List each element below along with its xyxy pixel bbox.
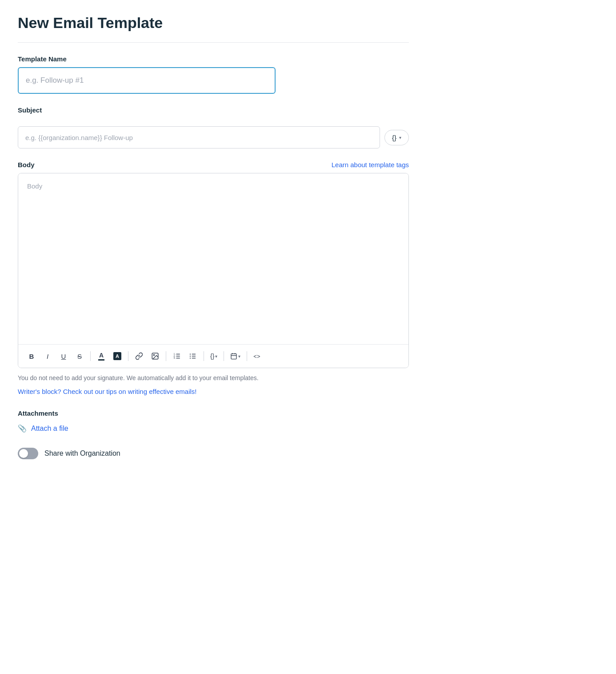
share-section: Share with Organization (18, 448, 409, 459)
template-name-label: Template Name (18, 55, 409, 63)
highlight-indicator: A (113, 352, 121, 360)
link-button[interactable] (132, 349, 146, 363)
code-block-label: {} (210, 353, 214, 360)
share-label: Share with Organization (44, 449, 120, 457)
learn-template-tags-link[interactable]: Learn about template tags (332, 161, 409, 168)
svg-point-1 (153, 354, 154, 355)
underline-button[interactable]: U (56, 349, 71, 363)
html-source-label: <> (253, 353, 260, 360)
image-button[interactable] (148, 349, 162, 363)
template-tags-label: {} (392, 134, 396, 141)
chevron-down-icon: ▾ (238, 354, 240, 359)
attach-file-label: Attach a file (31, 425, 68, 433)
template-name-input[interactable] (18, 67, 276, 94)
text-color-indicator: A (98, 352, 104, 361)
svg-text:3.: 3. (174, 357, 176, 359)
highlight-button[interactable]: A (110, 349, 124, 363)
template-tags-button[interactable]: {} ▾ (384, 130, 409, 145)
divider-3 (166, 351, 166, 361)
html-source-button[interactable]: <> (251, 349, 263, 363)
attachments-section: Attachments 📎 Attach a file (18, 409, 409, 435)
attachments-label: Attachments (18, 409, 409, 417)
share-toggle[interactable] (18, 448, 38, 459)
editor-toolbar: B I U S A A (18, 344, 408, 368)
body-section: Body Learn about template tags B I U S (18, 161, 409, 395)
divider-5 (224, 351, 224, 361)
strikethrough-button[interactable]: S (72, 349, 87, 363)
svg-point-11 (190, 353, 191, 354)
unordered-list-icon (189, 352, 197, 360)
toggle-knob (19, 449, 28, 458)
subject-row: {} ▾ (18, 126, 409, 148)
image-icon (151, 352, 159, 360)
text-color-button[interactable]: A (94, 349, 108, 363)
ordered-list-icon: 1. 2. 3. (173, 352, 181, 360)
divider-2 (128, 351, 128, 361)
paperclip-icon: 📎 (18, 424, 27, 433)
chevron-down-icon: ▾ (399, 135, 401, 140)
divider-6 (247, 351, 247, 361)
unordered-list-button[interactable] (186, 349, 200, 363)
svg-point-13 (190, 357, 191, 358)
calendar-icon (230, 353, 237, 360)
divider-4 (204, 351, 204, 361)
subject-input[interactable] (18, 126, 380, 148)
ordered-list-button[interactable]: 1. 2. 3. (170, 349, 184, 363)
page-title: New Email Template (18, 14, 409, 43)
chevron-down-icon: ▾ (215, 354, 217, 359)
attach-file-button[interactable]: 📎 Attach a file (18, 421, 68, 435)
insert-button[interactable]: ▾ (228, 351, 243, 361)
divider-1 (90, 351, 91, 361)
template-name-section: Template Name (18, 55, 409, 94)
signature-note: You do not need to add your signature. W… (18, 374, 409, 381)
italic-button[interactable]: I (40, 349, 55, 363)
svg-point-12 (190, 356, 191, 357)
writers-block-link[interactable]: Writer's block? Check out our tips on wr… (18, 388, 409, 395)
code-block-button[interactable]: {} ▾ (208, 351, 220, 361)
body-editor-container: B I U S A A (18, 173, 409, 368)
subject-section: Subject {} ▾ (18, 106, 409, 148)
svg-rect-14 (231, 354, 236, 359)
subject-label: Subject (18, 106, 409, 114)
link-icon (135, 352, 143, 360)
body-label: Body (18, 161, 35, 168)
body-textarea[interactable] (18, 173, 408, 342)
bold-button[interactable]: B (24, 349, 39, 363)
body-header: Body Learn about template tags (18, 161, 409, 168)
